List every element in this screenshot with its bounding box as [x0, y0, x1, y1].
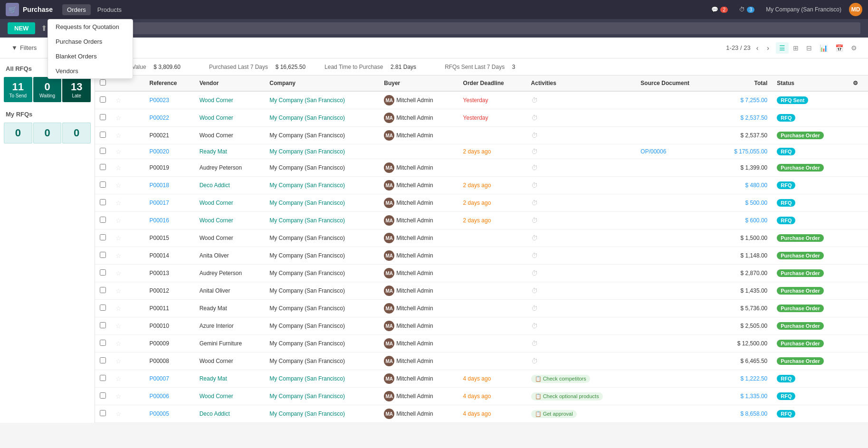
company-link[interactable]: My Company (San Francisco)	[269, 410, 345, 417]
dropdown-blanket[interactable]: Blanket Orders	[48, 49, 133, 64]
total-link[interactable]: $ 1,335.00	[741, 393, 768, 400]
dropdown-vendors[interactable]: Vendors	[48, 64, 133, 78]
total-link[interactable]: $ 1,222.50	[741, 375, 768, 382]
search-input[interactable]	[103, 22, 860, 34]
filters-button[interactable]: ▼ Filters	[8, 42, 40, 53]
chat-btn[interactable]: 💬 2	[707, 4, 732, 15]
total-link[interactable]: $ 480.00	[745, 182, 768, 189]
star-icon[interactable]: ☆	[115, 114, 122, 122]
company-link[interactable]: My Company (San Francisco)	[269, 148, 345, 155]
view-settings-btn[interactable]: ⚙	[848, 42, 860, 54]
new-button[interactable]: NEW	[8, 22, 35, 34]
company-link[interactable]: My Company (San Francisco)	[269, 97, 345, 104]
total-link[interactable]: $ 8,658.00	[741, 410, 768, 417]
row-checkbox[interactable]	[100, 114, 106, 120]
status-col[interactable]: Status	[772, 76, 848, 91]
star-icon[interactable]: ☆	[115, 410, 122, 418]
row-checkbox[interactable]	[100, 322, 106, 328]
row-checkbox[interactable]	[100, 375, 106, 381]
vendor-link[interactable]: Deco Addict	[200, 410, 230, 417]
total-link[interactable]: $ 175,055.00	[734, 148, 767, 155]
star-icon[interactable]: ☆	[115, 181, 122, 189]
vendor-col[interactable]: Vendor	[195, 76, 265, 91]
star-icon[interactable]: ☆	[115, 252, 122, 259]
source-link[interactable]: OP/00006	[640, 148, 666, 155]
vendor-link[interactable]: Wood Corner	[200, 393, 233, 400]
reference-link[interactable]: P00022	[149, 114, 169, 121]
star-icon[interactable]: ☆	[115, 148, 122, 155]
star-icon[interactable]: ☆	[115, 132, 122, 139]
waiting-card[interactable]: 0 Waiting	[33, 77, 62, 102]
reference-col[interactable]: Reference	[144, 76, 194, 91]
total-link[interactable]: $ 600.00	[745, 217, 768, 224]
vendor-link[interactable]: Wood Corner	[200, 114, 233, 121]
row-checkbox[interactable]	[100, 340, 106, 346]
row-checkbox[interactable]	[100, 234, 106, 240]
row-checkbox[interactable]	[100, 181, 106, 188]
reference-link[interactable]: P00007	[149, 375, 169, 382]
total-link[interactable]: $ 500.00	[745, 200, 768, 206]
activity-badge[interactable]: 📋 Check competitors	[531, 375, 590, 383]
row-checkbox[interactable]	[100, 199, 106, 205]
my-late-card[interactable]: 0	[62, 123, 91, 143]
row-checkbox[interactable]	[100, 410, 106, 416]
row-checkbox[interactable]	[100, 132, 106, 138]
star-icon[interactable]: ☆	[115, 96, 122, 104]
company-link[interactable]: My Company (San Francisco)	[269, 393, 345, 400]
star-icon[interactable]: ☆	[115, 340, 122, 347]
star-icon[interactable]: ☆	[115, 217, 122, 224]
nav-products[interactable]: Products	[93, 4, 126, 15]
star-icon[interactable]: ☆	[115, 234, 122, 242]
reference-link[interactable]: P00023	[149, 97, 169, 104]
source-col[interactable]: Source Document	[636, 76, 714, 91]
total-link[interactable]: $ 2,537.50	[741, 114, 768, 121]
activity-badge[interactable]: 📋 Check optional products	[531, 392, 603, 400]
deadline-col[interactable]: Order Deadline	[458, 76, 526, 91]
reference-link[interactable]: P00006	[149, 393, 169, 400]
next-page[interactable]: ›	[764, 43, 772, 53]
row-checkbox[interactable]	[100, 269, 106, 276]
vendor-link[interactable]: Ready Mat	[200, 148, 227, 155]
company-link[interactable]: My Company (San Francisco)	[269, 182, 345, 189]
activities-col[interactable]: Activities	[526, 76, 636, 91]
settings-col[interactable]: ⚙	[848, 76, 868, 91]
late-card[interactable]: 13 Late	[62, 77, 91, 102]
my-rfqs-filter[interactable]: My RFQs	[0, 108, 95, 121]
reference-link[interactable]: P00020	[149, 148, 169, 155]
company-link[interactable]: My Company (San Francisco)	[269, 114, 345, 121]
star-icon[interactable]: ☆	[115, 392, 122, 400]
star-icon[interactable]: ☆	[115, 164, 122, 172]
reference-link[interactable]: P00017	[149, 200, 169, 206]
to-send-card[interactable]: 11 To Send	[4, 77, 32, 102]
dropdown-po[interactable]: Purchase Orders	[48, 34, 133, 49]
reference-link[interactable]: P00016	[149, 217, 169, 224]
star-icon[interactable]: ☆	[115, 287, 122, 295]
company-link[interactable]: My Company (San Francisco)	[269, 200, 345, 206]
view-pivot-btn[interactable]: ⊟	[803, 42, 815, 54]
company-col[interactable]: Company	[265, 76, 379, 91]
total-link[interactable]: $ 7,255.00	[741, 97, 768, 104]
row-checkbox[interactable]	[100, 252, 106, 258]
company-link[interactable]: My Company (San Francisco)	[269, 375, 345, 382]
vendor-link[interactable]: Deco Addict	[200, 182, 230, 189]
star-icon[interactable]: ☆	[115, 375, 122, 382]
user-avatar[interactable]: MD	[849, 3, 862, 16]
vendor-link[interactable]: Wood Corner	[200, 200, 233, 206]
row-checkbox[interactable]	[100, 287, 106, 293]
my-to-send-card[interactable]: 0	[4, 123, 32, 143]
view-calendar-btn[interactable]: 📅	[832, 42, 847, 54]
prev-page[interactable]: ‹	[754, 43, 762, 53]
row-checkbox[interactable]	[100, 148, 106, 154]
timer-btn[interactable]: ⏱ 3	[735, 4, 758, 15]
dropdown-rfq[interactable]: Requests for Quotation	[48, 19, 133, 34]
view-list-btn[interactable]: ☰	[776, 42, 789, 54]
total-col[interactable]: Total	[715, 76, 772, 91]
my-waiting-card[interactable]: 0	[33, 123, 62, 143]
view-graph-btn[interactable]: 📊	[816, 42, 831, 54]
view-kanban-btn[interactable]: ⊞	[790, 42, 802, 54]
reference-link[interactable]: P00005	[149, 410, 169, 417]
star-icon[interactable]: ☆	[115, 357, 122, 365]
star-icon[interactable]: ☆	[115, 305, 122, 312]
star-icon[interactable]: ☆	[115, 322, 122, 330]
vendor-link[interactable]: Wood Corner	[200, 97, 233, 104]
